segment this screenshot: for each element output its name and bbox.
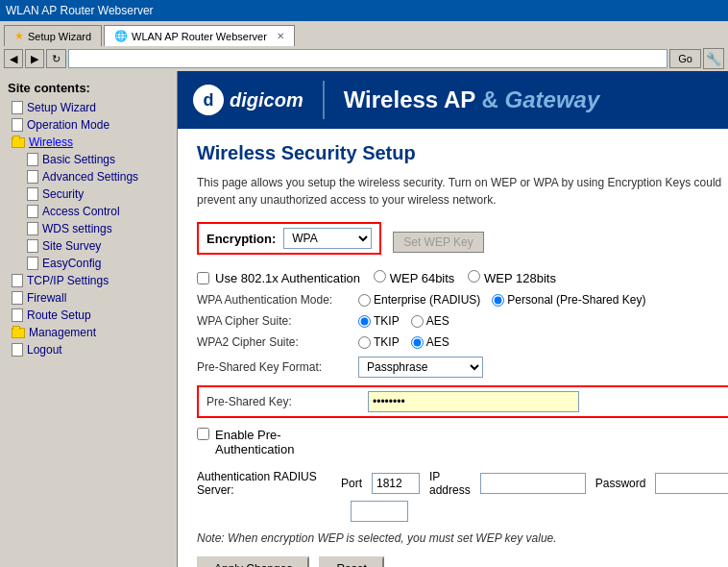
logo-circle: d — [193, 85, 224, 115]
use-8021x-label: Use 802.1x Authentication — [215, 271, 360, 285]
radius-label: Authentication RADIUS Server: — [197, 470, 331, 497]
sidebar-item-setup-wizard[interactable]: Setup Wizard — [0, 99, 177, 116]
page-icon-tcpip — [12, 274, 23, 287]
enterprise-radio[interactable] — [358, 294, 371, 307]
radius-port-input2[interactable] — [351, 501, 408, 522]
sidebar-label-management: Management — [29, 326, 96, 339]
ip-address-label: IP address — [429, 470, 471, 497]
wpa2-cipher-row: WPA2 Cipher Suite: TKIP AES — [197, 335, 728, 349]
sidebar-item-security[interactable]: Security — [0, 185, 177, 203]
sidebar-item-logout[interactable]: Logout — [0, 341, 177, 358]
page-description: This page allows you setup the wireless … — [197, 174, 728, 209]
wep-64bits-radio[interactable] — [374, 270, 386, 283]
encryption-label: Encryption: — [206, 232, 276, 246]
enable-pre-auth-text: Enable Pre-Authentication — [215, 428, 294, 456]
wpa-tkip-item: TKIP — [358, 314, 400, 328]
sidebar-label-wireless: Wireless — [29, 136, 73, 149]
content-wrapper: d digicom Wireless AP & Gateway Wireless… — [178, 71, 728, 567]
wpa2-aes-label: AES — [426, 335, 449, 349]
radius-ip-input[interactable] — [480, 473, 586, 494]
page-icon-easyconfig — [27, 257, 38, 270]
close-tab-icon[interactable]: ✕ — [277, 31, 284, 41]
pre-shared-key-input[interactable] — [368, 391, 579, 412]
sidebar-label-tcpip: TCP/IP Settings — [27, 274, 109, 287]
sidebar-item-management[interactable]: Management — [0, 324, 177, 341]
apply-changes-button[interactable]: Apply Changes — [197, 556, 309, 567]
sidebar-item-tcpip[interactable]: TCP/IP Settings — [0, 272, 177, 289]
sidebar: Site contents: Setup Wizard Operation Mo… — [0, 71, 178, 567]
use-8021x-row: Use 802.1x Authentication WEP 64bits WEP… — [197, 270, 728, 285]
wpa-aes-radio[interactable] — [411, 315, 424, 328]
sidebar-item-firewall[interactable]: Firewall — [0, 289, 177, 307]
forward-button[interactable]: ▶ — [25, 49, 44, 68]
sidebar-item-operation-mode[interactable]: Operation Mode — [0, 116, 177, 134]
sidebar-label-security: Security — [42, 187, 84, 201]
page-icon-firewall — [12, 291, 23, 305]
page-icon-basic — [27, 153, 38, 166]
sidebar-label-wds-settings: WDS settings — [42, 222, 112, 235]
sidebar-item-site-survey[interactable]: Site Survey — [0, 237, 177, 255]
page-icon-site-survey — [27, 239, 38, 253]
browser-chrome: WLAN AP Router Webserver ★ Setup Wizard … — [0, 0, 728, 71]
radius-section: Authentication RADIUS Server: Port IP ad… — [197, 470, 728, 522]
encryption-row: Encryption: WPA None WEP WPA2 WPA Mixed — [197, 222, 381, 255]
wpa-aes-label: AES — [426, 314, 449, 328]
star-icon: ★ — [14, 30, 24, 42]
address-bar[interactable] — [68, 49, 667, 68]
page-icon-logout — [12, 343, 23, 357]
wpa-tkip-radio[interactable] — [358, 315, 371, 328]
pre-shared-key-row: Pre-Shared Key: — [197, 385, 728, 418]
sidebar-item-route-setup[interactable]: Route Setup — [0, 307, 177, 324]
use-8021x-checkbox[interactable] — [197, 272, 209, 284]
personal-radio-item: Personal (Pre-Shared Key) — [492, 293, 645, 307]
pre-shared-key-format-label: Pre-Shared Key Format: — [197, 360, 351, 374]
digicom-logo: d digicom — [193, 85, 303, 115]
sidebar-label-easyconfig: EasyConfig — [42, 257, 101, 270]
tab-preferiti[interactable]: ★ Setup Wizard — [4, 25, 102, 46]
globe-icon: 🌐 — [114, 30, 128, 42]
enable-pre-auth-checkbox[interactable] — [197, 428, 209, 440]
sidebar-item-access-control[interactable]: Access Control — [0, 203, 177, 220]
tools-button[interactable]: 🔧 — [703, 48, 724, 69]
radius-password-input[interactable] — [655, 473, 728, 494]
wpa2-tkip-radio[interactable] — [358, 336, 371, 349]
refresh-button[interactable]: ↻ — [46, 49, 66, 68]
sidebar-label-basic-settings: Basic Settings — [42, 153, 115, 166]
page-icon-setup — [12, 101, 23, 114]
reset-button[interactable]: Reset — [319, 556, 383, 567]
radius-row2 — [197, 501, 728, 522]
wpa-cipher-group: TKIP AES — [358, 314, 449, 328]
wpa2-cipher-group: TKIP AES — [358, 335, 449, 349]
tab-bar: ★ Setup Wizard 🌐 WLAN AP Router Webserve… — [0, 21, 728, 46]
logo-text: digicom — [230, 89, 303, 111]
go-button[interactable]: Go — [669, 49, 701, 68]
set-wep-key-button[interactable]: Set WEP Key — [393, 232, 483, 253]
wpa2-aes-radio[interactable] — [411, 336, 424, 349]
radius-port-input[interactable] — [372, 473, 420, 494]
page-icon-advanced — [27, 170, 38, 184]
title-bar: WLAN AP Router Webserver — [0, 0, 728, 21]
enterprise-radio-item: Enterprise (RADIUS) — [358, 293, 480, 307]
tab-label-preferiti: Setup Wizard — [28, 31, 91, 42]
encryption-select[interactable]: WPA None WEP WPA2 WPA Mixed — [283, 228, 372, 249]
sidebar-item-wireless[interactable]: Wireless — [0, 134, 177, 151]
sidebar-title: Site contents: — [0, 77, 177, 99]
sidebar-item-advanced-settings[interactable]: Advanced Settings — [0, 168, 177, 185]
password-label: Password — [595, 477, 646, 490]
sidebar-label-advanced-settings: Advanced Settings — [42, 170, 138, 184]
sidebar-label-logout: Logout — [27, 343, 62, 357]
wpa2-tkip-item: TKIP — [358, 335, 400, 349]
personal-radio[interactable] — [492, 294, 504, 307]
wep-128bits-radio[interactable] — [468, 270, 480, 283]
wpa2-aes-item: AES — [411, 335, 449, 349]
wep-64bits-radio-label: WEP 64bits — [374, 270, 454, 285]
back-button[interactable]: ◀ — [4, 49, 23, 68]
tab-wlan[interactable]: 🌐 WLAN AP Router Webserver ✕ — [104, 25, 295, 46]
sidebar-item-easyconfig[interactable]: EasyConfig — [0, 255, 177, 272]
tagline-ap: AP — [444, 86, 475, 112]
header-banner: d digicom Wireless AP & Gateway — [178, 71, 728, 129]
sidebar-item-basic-settings[interactable]: Basic Settings — [0, 151, 177, 168]
sidebar-item-wds-settings[interactable]: WDS settings — [0, 220, 177, 237]
pre-shared-key-format-select[interactable]: Passphrase Hex (64 characters) — [358, 357, 483, 378]
page-icon-wds — [27, 222, 38, 235]
